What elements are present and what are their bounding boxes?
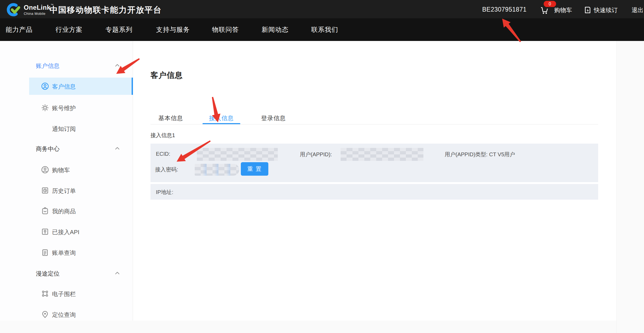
- appid-type-value: CT V5用户: [489, 151, 515, 157]
- ecid-label: ECID:: [156, 151, 170, 157]
- chevron-up-icon: [114, 145, 120, 151]
- sidebar-item-customer-info[interactable]: 客户信息: [29, 78, 133, 95]
- sidebar: 账户信息 客户信息 账号维护 通知订阅 商务中心: [0, 41, 133, 321]
- brand-block: OneLink™ China Mobile: [24, 4, 54, 15]
- brand-name: OneLink: [24, 4, 51, 11]
- bill-icon: [41, 248, 49, 256]
- access-info-section-label: 接入信息1: [150, 132, 175, 139]
- access-password-value-redacted: [195, 164, 239, 176]
- ip-address-panel: [150, 184, 598, 200]
- location-pin-icon: [41, 310, 49, 318]
- chevron-up-icon: [114, 270, 120, 276]
- nav-item-products[interactable]: 能力产品: [6, 25, 33, 34]
- user-circle-icon: [41, 82, 49, 90]
- tab-divider: [150, 124, 598, 124]
- appid-type-field: 用户(APPID)类型: CT V5用户: [445, 151, 515, 158]
- quick-renew-icon[interactable]: [584, 6, 592, 14]
- sidebar-item-notification-subscribe[interactable]: 通知订阅: [0, 120, 133, 137]
- page-root: { "topbar": { "brand": "OneLink", "brand…: [0, 0, 644, 333]
- access-password-label: 接入密码:: [155, 166, 178, 173]
- top-bar: OneLink™ China Mobile 中国移动物联卡能力开放平台 BE23…: [0, 0, 644, 18]
- site-title: 中国移动物联卡能力开放平台: [50, 5, 162, 16]
- nav-item-qa[interactable]: 物联问答: [212, 25, 239, 34]
- sidebar-group-business[interactable]: 商务中心: [0, 141, 133, 155]
- tab-login-info[interactable]: 登录信息: [261, 114, 286, 122]
- page-title: 客户信息: [150, 70, 183, 81]
- sidebar-group-account[interactable]: 账户信息: [0, 58, 133, 72]
- account-id: BE2307951871: [482, 6, 527, 13]
- tab-access-info[interactable]: 接入信息: [209, 114, 234, 122]
- nav-item-news[interactable]: 新闻动态: [262, 25, 289, 34]
- sidebar-item-account-maintenance[interactable]: 账号维护: [0, 99, 133, 116]
- nav-item-industry[interactable]: 行业方案: [56, 25, 83, 34]
- sidebar-group-mantu-location[interactable]: 漫途定位: [0, 266, 133, 280]
- cart-badge: 0: [544, 1, 556, 7]
- appid-value-redacted: [341, 148, 423, 161]
- tab-basic-info[interactable]: 基本信息: [158, 114, 183, 122]
- nav-item-contact[interactable]: 联系我们: [311, 25, 338, 34]
- ecid-value-redacted: [197, 148, 278, 161]
- right-gutter: [616, 41, 644, 333]
- logout-link[interactable]: 退出: [632, 6, 643, 14]
- sidebar-item-location-query[interactable]: 定位查询: [0, 306, 133, 323]
- sidebar-item-geo-fence[interactable]: 电子围栏: [0, 285, 133, 302]
- sidebar-item-connected-api[interactable]: 已接入API: [0, 223, 133, 240]
- nav-item-topics[interactable]: 专题系列: [105, 25, 132, 34]
- main-nav: 能力产品 行业方案 专题系列 支持与服务 物联问答 新闻动态 联系我们: [0, 18, 644, 41]
- sidebar-item-order-history[interactable]: 历史订单: [0, 182, 133, 199]
- reset-password-button[interactable]: 重 置: [241, 162, 268, 176]
- order-history-icon: [41, 186, 49, 195]
- nav-item-support[interactable]: 支持与服务: [156, 25, 190, 34]
- appid-label: 用户(APPID):: [300, 151, 332, 158]
- user-circle-icon: [41, 166, 49, 174]
- appid-type-label: 用户(APPID)类型:: [445, 151, 488, 157]
- ip-address-label: IP地址:: [156, 189, 173, 196]
- sidebar-item-shopping-cart[interactable]: 购物车: [0, 161, 133, 178]
- cart-icon[interactable]: [540, 6, 549, 15]
- gear-icon: [41, 104, 49, 112]
- onelink-logo-icon: [5, 2, 20, 17]
- quick-renew-link[interactable]: 快速续订: [594, 6, 618, 14]
- brand-subtitle: China Mobile: [24, 12, 54, 15]
- sidebar-item-my-products[interactable]: 我的商品: [0, 202, 133, 220]
- shopping-bag-icon: [41, 207, 49, 215]
- chevron-up-icon: [114, 63, 120, 68]
- fence-icon: [41, 290, 49, 298]
- cart-link[interactable]: 购物车: [554, 6, 572, 14]
- api-key-icon: [41, 228, 49, 236]
- sidebar-item-bill-query[interactable]: 账单查询: [0, 244, 133, 261]
